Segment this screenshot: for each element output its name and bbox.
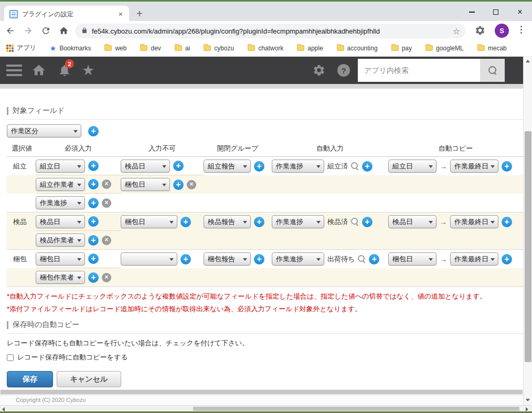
copy-to-dropdown[interactable]: 作業最終日 bbox=[450, 215, 498, 228]
remove-icon[interactable]: × bbox=[187, 180, 196, 189]
no-input-field-dropdown[interactable] bbox=[121, 252, 177, 266]
scroll-left-icon[interactable] bbox=[2, 407, 5, 411]
auto-input-field-dropdown[interactable]: 作業進捗 bbox=[272, 215, 324, 228]
bookmark-item[interactable]: googleML bbox=[425, 45, 464, 52]
back-icon[interactable] bbox=[2, 23, 18, 38]
favorites-star-icon[interactable]: ★ bbox=[82, 62, 94, 79]
no-input-field-dropdown[interactable]: 梱包日 bbox=[121, 215, 177, 228]
choice-value-label: 検品 bbox=[13, 217, 27, 227]
bookmark-item[interactable]: ai bbox=[175, 45, 190, 52]
add-icon[interactable]: + bbox=[88, 272, 99, 283]
copy-from-dropdown[interactable]: 検品日 bbox=[388, 215, 437, 228]
scroll-up-icon[interactable] bbox=[526, 60, 530, 62]
window-minimize-button[interactable] bbox=[460, 3, 484, 21]
required-field-dropdown[interactable]: 組立日 bbox=[36, 160, 85, 173]
add-icon[interactable]: + bbox=[88, 179, 99, 189]
inner-horizontal-scrollbar[interactable] bbox=[0, 389, 523, 395]
bookmark-item[interactable]: dev bbox=[140, 45, 161, 52]
save-button[interactable]: 保存 bbox=[7, 371, 53, 387]
remove-icon[interactable]: × bbox=[102, 198, 111, 208]
reload-icon[interactable] bbox=[38, 23, 54, 38]
add-icon[interactable]: + bbox=[362, 161, 373, 172]
help-icon[interactable]: ? bbox=[337, 64, 350, 77]
settings-gear-icon[interactable] bbox=[313, 64, 325, 79]
new-tab-button[interactable]: + bbox=[136, 8, 143, 19]
add-icon[interactable]: + bbox=[502, 161, 512, 172]
required-field-dropdown[interactable]: 組立作業者 bbox=[36, 178, 85, 191]
auto-input-field-dropdown[interactable]: 作業進捗 bbox=[272, 252, 324, 266]
group-field-dropdown[interactable]: 梱包報告 bbox=[204, 252, 251, 266]
copy-to-dropdown[interactable]: 作業最終日 bbox=[450, 252, 498, 266]
add-icon[interactable]: + bbox=[173, 179, 184, 190]
app-search-button[interactable] bbox=[480, 59, 505, 82]
bookmark-item[interactable]: apple bbox=[297, 45, 323, 52]
remove-icon[interactable]: × bbox=[102, 179, 111, 189]
add-icon[interactable]: + bbox=[254, 217, 264, 227]
auto-input-field-dropdown[interactable]: 作業進捗 bbox=[272, 160, 324, 173]
add-icon[interactable]: + bbox=[180, 217, 191, 227]
address-bar[interactable]: fe54k.cybozu.com/k/admin/app/268/plugin/… bbox=[75, 24, 465, 38]
forward-icon[interactable] bbox=[20, 23, 36, 38]
scroll-down-icon[interactable] bbox=[526, 399, 530, 401]
tab-close-icon[interactable]: × bbox=[116, 10, 125, 18]
lookup-icon[interactable] bbox=[351, 162, 359, 170]
add-icon[interactable]: + bbox=[362, 217, 373, 227]
horizontal-scrollbar[interactable] bbox=[0, 405, 532, 411]
bookmark-item[interactable]: chatwork bbox=[248, 45, 283, 52]
add-icon[interactable]: + bbox=[173, 161, 184, 171]
vertical-scrollbar-thumb[interactable] bbox=[525, 131, 531, 362]
no-input-field-dropdown[interactable]: 梱包日 bbox=[121, 178, 170, 191]
save-copy-checkbox[interactable] bbox=[7, 354, 14, 361]
lookup-icon[interactable] bbox=[351, 218, 359, 226]
add-icon[interactable]: + bbox=[88, 161, 99, 171]
cancel-button[interactable]: キャンセル bbox=[57, 371, 121, 387]
profile-avatar[interactable]: S bbox=[495, 24, 509, 38]
add-icon[interactable]: + bbox=[88, 198, 99, 208]
no-input-field-dropdown[interactable]: 検品日 bbox=[121, 160, 170, 173]
add-icon[interactable]: + bbox=[180, 254, 191, 264]
extension-gear-icon[interactable] bbox=[475, 25, 485, 38]
bookmark-item[interactable]: アプリ bbox=[6, 44, 36, 52]
home-icon[interactable] bbox=[56, 23, 71, 38]
field-selector-dropdown[interactable]: 作業区分 bbox=[7, 124, 81, 137]
required-field-dropdown[interactable]: 検品日 bbox=[36, 215, 85, 228]
bookmark-item[interactable]: ★Bookmarks bbox=[50, 45, 91, 52]
group-field-dropdown[interactable]: 組立報告 bbox=[204, 160, 251, 173]
remove-icon[interactable]: × bbox=[102, 236, 111, 245]
copy-from-dropdown[interactable]: 梱包日 bbox=[388, 252, 437, 266]
add-icon[interactable]: + bbox=[254, 161, 264, 172]
copy-to-dropdown[interactable]: 作業最終日 bbox=[450, 160, 498, 173]
horizontal-scrollbar-thumb[interactable] bbox=[193, 407, 519, 411]
app-home-icon[interactable] bbox=[31, 63, 46, 80]
app-search-input[interactable] bbox=[358, 59, 480, 82]
add-field-button[interactable]: + bbox=[88, 126, 99, 136]
add-icon[interactable]: + bbox=[502, 254, 512, 264]
add-icon[interactable]: + bbox=[254, 254, 264, 264]
bookmark-item[interactable]: mecab bbox=[477, 45, 507, 52]
browser-tab[interactable]: プラグインの設定 × bbox=[4, 6, 129, 23]
required-field-dropdown[interactable]: 梱包作業者 bbox=[36, 271, 85, 284]
add-icon[interactable]: + bbox=[502, 217, 512, 227]
remove-icon[interactable]: × bbox=[102, 273, 111, 282]
window-close-button[interactable]: × bbox=[508, 3, 532, 21]
required-field-dropdown[interactable]: 作業進捗 bbox=[36, 196, 85, 209]
copy-from-dropdown[interactable]: 組立日 bbox=[388, 160, 437, 173]
bookmark-star-icon[interactable]: ☆ bbox=[453, 26, 460, 36]
group-field-dropdown[interactable]: 検品報告 bbox=[204, 215, 251, 228]
add-icon[interactable]: + bbox=[369, 254, 379, 264]
required-field-dropdown[interactable]: 検品作業者 bbox=[36, 234, 85, 247]
vertical-scrollbar[interactable] bbox=[523, 57, 532, 405]
bookmark-item[interactable]: cybozu bbox=[204, 45, 234, 52]
browser-menu-icon[interactable] bbox=[520, 26, 522, 34]
bookmark-item[interactable]: web bbox=[104, 45, 126, 52]
scroll-right-icon[interactable] bbox=[526, 407, 528, 411]
required-field-dropdown[interactable]: 梱包日 bbox=[36, 252, 85, 266]
bookmark-item[interactable]: pay bbox=[391, 45, 412, 52]
hamburger-menu-icon[interactable] bbox=[6, 65, 22, 76]
lookup-icon[interactable] bbox=[358, 255, 366, 263]
window-maximize-button[interactable] bbox=[484, 3, 508, 21]
bookmark-item[interactable]: accounting bbox=[337, 45, 378, 52]
add-icon[interactable]: + bbox=[88, 235, 99, 246]
add-icon[interactable]: + bbox=[88, 216, 99, 227]
add-icon[interactable]: + bbox=[88, 253, 99, 264]
